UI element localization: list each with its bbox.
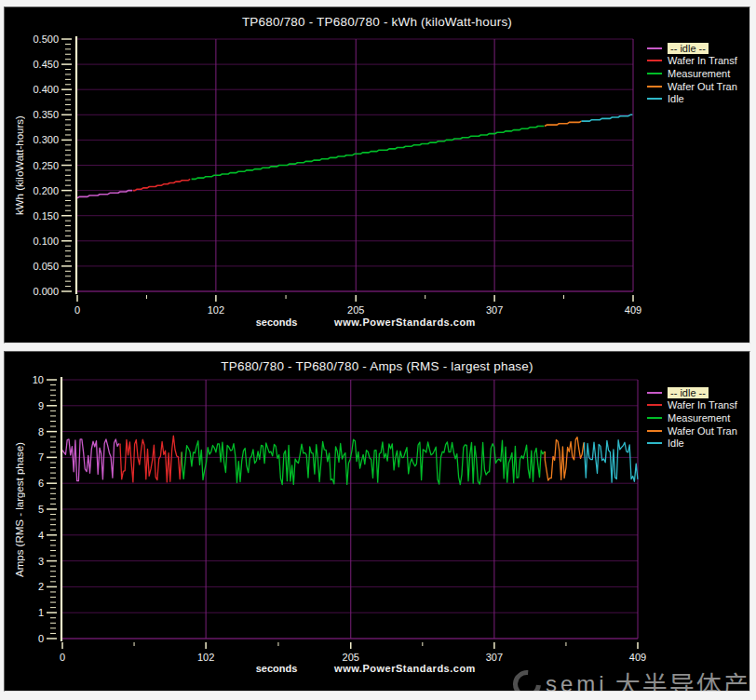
legend-swatch-line	[647, 417, 662, 419]
legend-label: Wafer In Transf	[668, 55, 737, 66]
amps-chart-title: TP680/780 - TP680/780 - Amps (RMS - larg…	[5, 359, 749, 373]
watermark-text: 大半导体产业网	[615, 666, 750, 692]
data-series-line	[62, 439, 119, 481]
tick-label: 0	[60, 652, 65, 663]
tick-label: 205	[347, 304, 364, 316]
tick-label: 9	[38, 400, 44, 411]
legend-swatch-line	[647, 430, 662, 432]
data-series-line	[545, 121, 581, 126]
legend-item: Wafer In Transf	[647, 399, 737, 412]
tick-label: 102	[208, 304, 224, 316]
tick-label: 6	[38, 478, 44, 489]
tick-label: 0.100	[33, 236, 59, 247]
tick-label: 3	[38, 556, 44, 567]
tick-label: 0.150	[33, 210, 59, 222]
legend-item: Wafer Out Tran	[647, 424, 737, 438]
kwh-legend: -- idle --Wafer In TransfMeasurementWafe…	[647, 42, 737, 105]
kwh-chart-plot: 0.0000.0500.1000.1500.2000.2500.3000.350…	[5, 7, 749, 343]
tick-label: 0.450	[33, 59, 59, 70]
legend-label: Measurement	[668, 68, 730, 79]
data-series-line	[545, 438, 584, 480]
data-series-line	[133, 179, 190, 190]
data-series-line	[582, 114, 633, 121]
legend-label: Idle	[668, 93, 684, 104]
tick-label: 409	[629, 652, 646, 663]
tick-label: 4	[38, 530, 44, 541]
watermark-brand: semi	[546, 671, 608, 693]
legend-label: Measurement	[668, 412, 730, 424]
legend-label: Wafer Out Tran	[668, 81, 737, 92]
screenshot-root: 0.0000.0500.1000.1500.2000.2500.3000.350…	[0, 0, 756, 700]
legend-item: Idle	[647, 92, 737, 105]
tick-label: 307	[486, 304, 503, 316]
data-series-line	[182, 439, 544, 484]
legend-swatch-line	[647, 442, 662, 444]
legend-label: -- idle --	[668, 387, 709, 398]
tick-label: 0.350	[33, 109, 59, 120]
watermark-logo-icon	[507, 664, 547, 692]
tick-label: 7	[38, 451, 44, 463]
amps-chart-panel: 0123456789100102205307409 TP680/780 - TP…	[4, 351, 750, 692]
amps-x-axis-label: seconds	[221, 663, 332, 674]
kwh-chart-title: TP680/780 - TP680/780 - kWh (kiloWatt-ho…	[5, 15, 749, 29]
legend-swatch-line	[647, 73, 662, 74]
watermark: semi 大半导体产业网	[513, 666, 750, 692]
legend-item: Wafer Out Tran	[647, 80, 737, 93]
tick-label: 2	[38, 581, 44, 592]
amps-legend: -- idle --Wafer In TransfMeasurementWafe…	[647, 386, 737, 450]
legend-item: Measurement	[647, 67, 737, 80]
data-series-line	[585, 440, 638, 482]
legend-label: Wafer In Transf	[668, 399, 737, 411]
tick-label: 0.250	[33, 160, 59, 171]
amps-y-axis-label: Amps (RMS - largest phase)	[12, 380, 27, 639]
tick-label: 10	[33, 374, 44, 385]
tick-label: 0.300	[33, 134, 59, 145]
legend-item: Idle	[647, 437, 737, 450]
legend-item: -- idle --	[647, 386, 737, 399]
data-series-line	[192, 127, 545, 180]
tick-label: 8	[38, 426, 44, 438]
legend-swatch-line	[647, 392, 662, 394]
tick-label: 1	[38, 607, 44, 618]
tick-label: 0.500	[33, 34, 59, 45]
legend-swatch-line	[647, 404, 662, 406]
tick-label: 205	[343, 652, 359, 663]
tick-label: 0.200	[33, 185, 59, 196]
tick-label: 409	[625, 304, 641, 316]
legend-swatch-line	[647, 60, 662, 61]
legend-item: -- idle --	[647, 42, 737, 55]
tick-label: 5	[38, 504, 44, 515]
legend-label: Wafer Out Tran	[668, 425, 737, 437]
tick-label: 0.000	[33, 286, 59, 297]
data-series-line	[77, 191, 132, 198]
tick-label: 0	[74, 304, 80, 316]
tick-label: 0	[38, 633, 44, 644]
data-series-line	[120, 436, 182, 482]
kwh-chart-panel: 0.0000.0500.1000.1500.2000.2500.3000.350…	[4, 7, 750, 343]
tick-label: 0.400	[33, 84, 59, 95]
amps-brand-annotation: www.PowerStandards.com	[321, 663, 489, 674]
tick-label: 102	[197, 652, 214, 663]
tick-label: 0.050	[33, 261, 59, 272]
legend-label: Idle	[668, 438, 684, 449]
legend-swatch-line	[647, 98, 662, 100]
amps-chart-plot: 0123456789100102205307409	[5, 352, 749, 691]
legend-item: Measurement	[647, 411, 737, 424]
legend-swatch-line	[647, 86, 662, 88]
tick-label: 307	[486, 652, 503, 663]
kwh-y-axis-label: kWh (kiloWatt-hours)	[12, 39, 27, 291]
legend-item: Wafer In Transf	[647, 55, 737, 68]
kwh-brand-annotation: www.PowerStandards.com	[321, 316, 489, 328]
legend-swatch-line	[647, 47, 662, 49]
kwh-x-axis-label: seconds	[221, 316, 332, 328]
legend-label: -- idle --	[668, 43, 709, 54]
